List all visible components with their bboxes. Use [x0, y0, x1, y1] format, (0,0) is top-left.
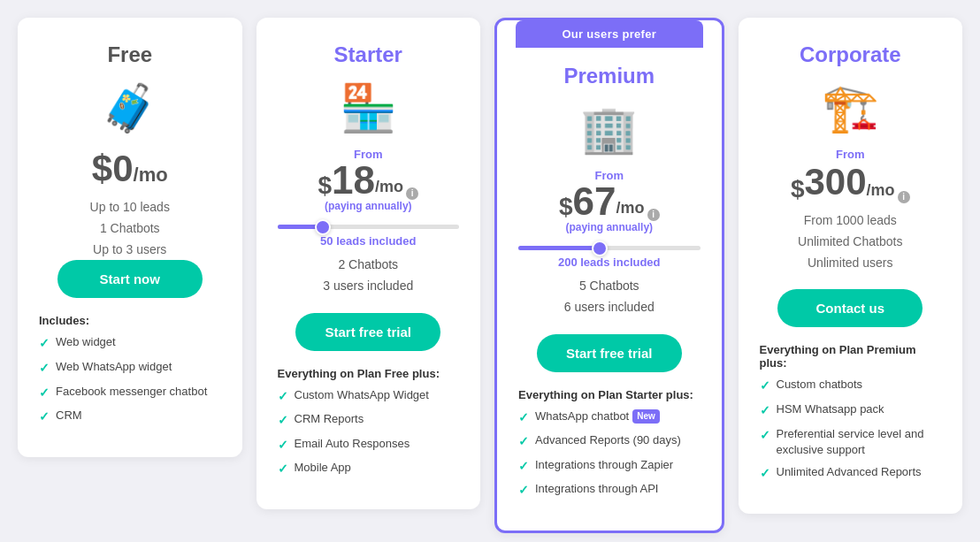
check-icon: ✓ — [760, 427, 770, 445]
btn-corporate[interactable]: Contact us — [777, 289, 923, 327]
price-block-starter: From $ 18 /mo i (paying annually) — [278, 148, 460, 212]
includes-label-free: Includes: — [39, 314, 221, 327]
price-dollar-premium: $ — [559, 193, 573, 221]
feature-item: ✓ Custom WhatsApp Widget — [278, 387, 460, 406]
info-icon-starter[interactable]: i — [406, 187, 418, 200]
btn-premium[interactable]: Start free trial — [537, 334, 682, 372]
feature-text: Unlimited Advanced Reports — [777, 464, 922, 480]
price-amount-premium: 67 — [573, 182, 616, 221]
feature-text: WhatsApp chatbotNew — [535, 408, 660, 424]
feature-list-free: ✓ Web widget ✓ Web WhatsApp widget ✓ Fac… — [39, 334, 221, 425]
plan-icon-corporate: 🏗️ — [760, 81, 942, 135]
plan-title-corporate: Corporate — [760, 42, 942, 67]
check-icon: ✓ — [39, 385, 50, 402]
slider-starter[interactable] — [278, 225, 460, 229]
btn-starter[interactable]: Start free trial — [295, 313, 440, 351]
feature-text: HSM Whatsapp pack — [777, 401, 884, 417]
check-icon: ✓ — [278, 437, 288, 454]
feature-text: Email Auto Responses — [295, 436, 410, 452]
feature-text: Integrations through API — [535, 481, 658, 497]
feature-text: Web widget — [56, 334, 116, 350]
feature-item: ✓ Web WhatsApp widget — [39, 359, 221, 378]
plan-card-corporate: Corporate🏗️ From $ 300 /mo i From 1000 l… — [739, 18, 963, 514]
slider-premium[interactable] — [518, 246, 701, 250]
feature-list-starter: ✓ Custom WhatsApp Widget ✓ CRM Reports ✓… — [278, 387, 460, 478]
feature-text: Mobile App — [295, 460, 351, 476]
feature-list-premium: ✓ WhatsApp chatbotNew ✓ Advanced Reports… — [518, 408, 701, 500]
price-block-premium: From $ 67 /mo i (paying annually) — [518, 169, 701, 233]
feature-item: ✓ Advanced Reports (90 days) — [518, 432, 701, 451]
feature-item: ✓ Mobile App — [278, 460, 460, 478]
feature-item: ✓ Custom chatbots — [760, 377, 942, 395]
plan-icon-free: 🧳 — [39, 81, 221, 135]
slider-fill-premium — [518, 246, 600, 250]
free-price: $0/mo — [39, 148, 221, 190]
feature-text: CRM Reports — [295, 411, 364, 427]
free-details: Up to 10 leads1 ChatbotsUp to 3 users — [39, 197, 221, 260]
check-icon: ✓ — [760, 465, 770, 483]
price-period-starter: /mo — [375, 178, 403, 196]
feature-text: Advanced Reports (90 days) — [535, 432, 681, 448]
feature-text: CRM — [56, 408, 82, 424]
slider-track-premium — [518, 246, 701, 250]
check-icon: ✓ — [278, 388, 288, 406]
feature-item: ✓ HSM Whatsapp pack — [760, 401, 942, 420]
info-icon-premium[interactable]: i — [647, 209, 660, 221]
check-icon: ✓ — [518, 482, 529, 500]
feature-item: ✓ Integrations through Zapier — [518, 457, 701, 476]
check-icon: ✓ — [760, 402, 770, 420]
plan-icon-premium: 🏢 — [518, 103, 701, 156]
check-icon: ✓ — [518, 409, 529, 427]
leads-included-starter: 50 leads included — [278, 234, 460, 248]
feature-text: Custom chatbots — [777, 377, 863, 393]
price-dollar-corporate: $ — [791, 175, 805, 203]
feature-item: ✓ Facebook messenger chatbot — [39, 384, 221, 402]
plans-container: Free🧳 $0/mo Up to 10 leads1 ChatbotsUp t… — [18, 18, 962, 533]
feature-text: Preferential service level and exclusive… — [777, 426, 942, 458]
corp-details: From 1000 leadsUnlimited ChatbotsUnlimit… — [760, 210, 942, 273]
check-icon: ✓ — [518, 458, 529, 476]
feature-list-corporate: ✓ Custom chatbots ✓ HSM Whatsapp pack ✓ … — [760, 377, 942, 482]
price-period-premium: /mo — [616, 199, 645, 218]
plan-title-starter: Starter — [278, 42, 460, 67]
feature-item: ✓ Preferential service level and exclusi… — [760, 426, 942, 458]
paying-annually-premium: (paying annually) — [518, 221, 701, 233]
paying-annually-starter: (paying annually) — [278, 200, 460, 212]
feature-item: ✓ WhatsApp chatbotNew — [518, 408, 701, 427]
price-period-corporate: /mo — [867, 181, 895, 200]
plan-card-starter: Starter🏪 From $ 18 /mo i (paying annuall… — [256, 18, 481, 509]
btn-free[interactable]: Start now — [57, 260, 203, 298]
includes-label-premium: Everything on Plan Starter plus: — [518, 388, 701, 401]
feature-item: ✓ CRM — [39, 408, 221, 426]
check-icon: ✓ — [39, 408, 50, 426]
premium-badge: Our users prefer — [516, 20, 703, 48]
includes-label-corporate: Everything on Plan Premium plus: — [760, 343, 942, 370]
check-icon: ✓ — [278, 412, 288, 430]
feature-item: ✓ Email Auto Responses — [278, 436, 460, 454]
check-icon: ✓ — [39, 360, 50, 378]
feature-text: Custom WhatsApp Widget — [295, 387, 429, 403]
from-label-corporate: From — [760, 148, 942, 161]
slider-thumb-premium[interactable] — [592, 240, 608, 256]
check-icon: ✓ — [760, 378, 770, 395]
check-icon: ✓ — [518, 433, 529, 451]
feature-item: ✓ CRM Reports — [278, 411, 460, 430]
check-icon: ✓ — [39, 335, 50, 353]
feature-item: ✓ Web widget — [39, 334, 221, 353]
plan-details-starter: 2 Chatbots3 users included — [278, 255, 460, 297]
slider-thumb-starter[interactable] — [315, 219, 331, 235]
new-badge: New — [632, 409, 660, 424]
leads-included-premium: 200 leads included — [518, 256, 701, 269]
check-icon: ✓ — [278, 461, 288, 478]
includes-label-starter: Everything on Plan Free plus: — [278, 367, 460, 380]
price-amount-starter: 18 — [332, 161, 375, 200]
slider-track-starter — [278, 225, 460, 229]
info-icon-corporate[interactable]: i — [898, 191, 910, 203]
price-dollar-starter: $ — [318, 172, 332, 200]
plan-card-premium: Our users preferPremium🏢 From $ 67 /mo i… — [494, 18, 724, 533]
feature-text: Web WhatsApp widget — [56, 359, 172, 375]
plan-icon-starter: 🏪 — [278, 81, 460, 135]
plan-details-premium: 5 Chatbots6 users included — [518, 276, 701, 318]
plan-title-free: Free — [39, 42, 221, 67]
price-amount-corporate: 300 — [804, 161, 866, 203]
